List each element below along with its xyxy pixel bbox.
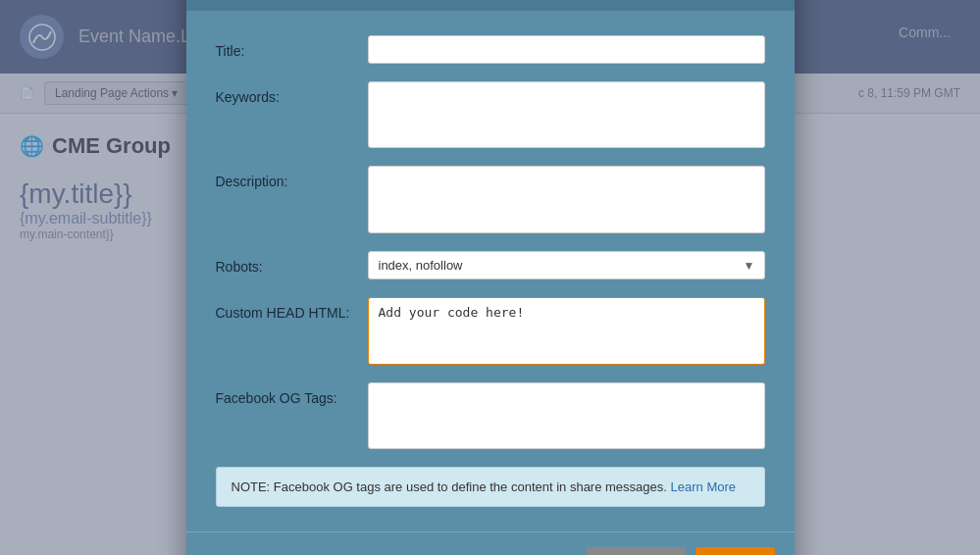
facebook-og-tags-row: Facebook OG Tags: (216, 382, 765, 450)
modal-header: Edit Page Meta Tags × (186, 0, 795, 11)
description-row: Description: (216, 166, 765, 233)
facebook-og-tags-label: Facebook OG Tags: (216, 382, 368, 406)
custom-head-html-label: Custom HEAD HTML: (216, 297, 368, 321)
keywords-row: Keywords: (216, 81, 765, 149)
custom-head-html-input[interactable]: Add your code here! (368, 297, 765, 365)
note-text: NOTE: Facebook OG tags are used to defin… (232, 479, 667, 494)
keywords-input[interactable] (368, 81, 765, 149)
robots-select[interactable]: index, nofollow index, follow noindex, n… (368, 251, 765, 279)
description-label: Description: (216, 166, 368, 189)
robots-row: Robots: index, nofollow index, follow no… (216, 251, 765, 279)
keywords-label: Keywords: (216, 81, 368, 105)
robots-label: Robots: (216, 251, 368, 275)
note-box: NOTE: Facebook OG tags are used to defin… (216, 467, 765, 507)
title-input[interactable] (368, 35, 765, 64)
description-input[interactable] (368, 166, 765, 233)
modal-body: Title: Keywords: Description: Robots: in… (186, 11, 795, 531)
cancel-button[interactable]: CANCEL (587, 547, 686, 555)
custom-head-html-row: Custom HEAD HTML: Add your code here! (216, 297, 765, 365)
title-row: Title: (216, 35, 765, 64)
edit-meta-tags-modal: Edit Page Meta Tags × Title: Keywords: D… (186, 0, 795, 555)
modal-overlay: Edit Page Meta Tags × Title: Keywords: D… (0, 0, 980, 555)
modal-footer: CANCEL SAVE (186, 531, 795, 555)
title-label: Title: (216, 35, 368, 59)
robots-select-wrapper: index, nofollow index, follow noindex, n… (368, 251, 765, 279)
learn-more-link[interactable]: Learn More (671, 479, 736, 494)
save-button[interactable]: SAVE (696, 547, 774, 555)
facebook-og-tags-input[interactable] (368, 382, 765, 450)
